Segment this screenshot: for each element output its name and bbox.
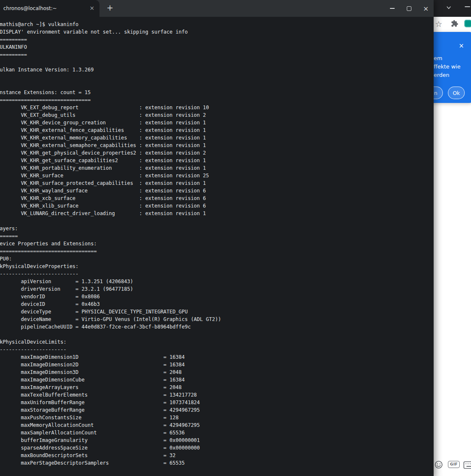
window-controls: × bbox=[387, 0, 431, 17]
bookmark-star-icon[interactable]: ☆ bbox=[434, 18, 443, 29]
notification-ok-button[interactable]: Ok bbox=[448, 87, 465, 99]
terminal-output[interactable]: [mathis@arch ~]$ vulkaninfo 'DISPLAY' en… bbox=[0, 17, 434, 476]
extensions-puzzle-icon[interactable] bbox=[451, 20, 458, 27]
tab-title: chronos@localhost:~ bbox=[3, 5, 88, 11]
maximize-icon bbox=[407, 6, 411, 11]
close-icon[interactable]: × bbox=[458, 42, 465, 50]
gif-icon[interactable]: GIF bbox=[448, 461, 460, 468]
notification-text: em ffekte wie erden bbox=[434, 54, 461, 79]
minimize-icon[interactable] bbox=[465, 6, 470, 7]
notification-text-line: erden bbox=[434, 71, 461, 79]
maximize-button[interactable] bbox=[404, 3, 414, 14]
notification-text-line: em bbox=[434, 54, 461, 63]
terminal-window: chronos@localhost:~ × + × [mathis@arch ~… bbox=[0, 0, 434, 476]
emoji-icon[interactable] bbox=[434, 460, 443, 469]
keyboard-icon[interactable] bbox=[463, 461, 471, 469]
terminal-tab[interactable]: chronos@localhost:~ × bbox=[0, 0, 99, 17]
notification-text-line: ffekte wie bbox=[434, 63, 461, 71]
tab-close-icon[interactable]: × bbox=[88, 5, 96, 12]
close-button[interactable]: × bbox=[421, 3, 431, 14]
extension-badge-icon[interactable] bbox=[464, 20, 471, 27]
terminal-tabstrip: chronos@localhost:~ × + × bbox=[0, 0, 434, 17]
chevron-down-icon[interactable] bbox=[446, 4, 452, 10]
new-tab-button[interactable]: + bbox=[104, 0, 116, 17]
screen: ☆ × em ffekte wie erden n Ok GIF chr bbox=[0, 0, 471, 476]
minimize-button[interactable] bbox=[387, 3, 398, 14]
minimize-icon bbox=[390, 8, 395, 9]
